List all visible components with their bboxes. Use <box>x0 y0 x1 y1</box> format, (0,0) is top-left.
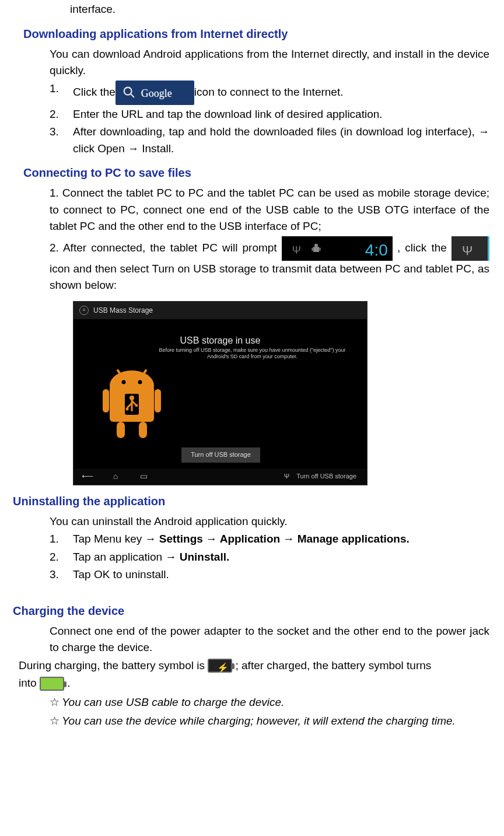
charging-during: During charging, the battery symbol is ⚡… <box>19 657 489 674</box>
screenshot-navbar: ⟵ ⌂ ▭ Ψ Turn off USB storage <box>74 468 367 485</box>
heading-charging: Charging the device <box>13 602 504 620</box>
recent-icon: ▭ <box>130 470 158 482</box>
svg-rect-4 <box>312 247 313 250</box>
svg-rect-8 <box>103 389 109 412</box>
svg-point-14 <box>122 380 126 384</box>
svg-line-1 <box>131 93 134 97</box>
usb-icon: Ψ <box>292 243 301 258</box>
battery-full-icon <box>40 677 64 691</box>
heading-connect-pc: Connecting to PC to save files <box>23 164 504 181</box>
usb-icon: Ψ <box>284 471 289 481</box>
svg-point-21 <box>126 407 129 410</box>
google-label: Google <box>141 86 172 102</box>
search-icon <box>123 86 135 99</box>
svg-rect-10 <box>117 422 125 438</box>
android-icon <box>311 242 321 255</box>
svg-rect-11 <box>139 422 147 438</box>
storage-icon: ≡ <box>79 306 89 315</box>
usb-storage-screenshot: ≡ USB Mass Storage USB storage in use Be… <box>73 301 368 485</box>
screenshot-title: USB storage in use <box>74 334 367 348</box>
svg-rect-5 <box>319 247 320 250</box>
android-usb-icon <box>91 366 173 447</box>
battery-charging-icon: ⚡ <box>208 659 232 673</box>
home-icon: ⌂ <box>102 470 130 482</box>
turn-off-usb-button: Turn off USB storage <box>181 447 260 463</box>
google-search-icon: Google <box>116 81 194 105</box>
star-icon: ☆ <box>50 696 60 708</box>
step1-text-b: icon to connect to the Internet. <box>194 84 344 101</box>
screenshot-subtitle: Before turning off USB storage, make sur… <box>149 347 355 361</box>
back-icon: ⟵ <box>74 470 102 482</box>
uninstall-step-1: 1. Tap Menu key → Settings → Application… <box>50 531 489 548</box>
fragment-top: interface. <box>70 1 489 18</box>
download-intro: You can download Android applications fr… <box>50 46 489 79</box>
charging-note-1: ☆You can use USB cable to charge the dev… <box>50 694 489 711</box>
charging-note-2: ☆You can use the device while charging; … <box>50 713 489 730</box>
status-time: 4:0 <box>365 238 388 263</box>
heading-download: Downloading applications from Internet d… <box>23 25 504 43</box>
nav-turn-off-label: Turn off USB storage <box>296 471 356 481</box>
svg-rect-9 <box>155 389 161 412</box>
download-step-3: 3. After downloading, tap and hold the d… <box>50 124 489 157</box>
svg-rect-22 <box>135 404 138 407</box>
usb-notification-icon: Ψ <box>452 236 489 261</box>
step1-text-a: Click the <box>73 84 116 101</box>
uninstall-step-2: 2. Tap an application → Uninstall. <box>50 549 489 566</box>
svg-point-3 <box>314 243 318 247</box>
screenshot-topbar: ≡ USB Mass Storage <box>74 302 367 319</box>
star-icon: ☆ <box>50 715 60 727</box>
svg-point-15 <box>138 380 142 384</box>
download-step-1: 1. Click the Google icon to connect to t… <box>50 81 489 105</box>
uninstall-step-3: 3. Tap OK to uninstall. <box>50 566 489 583</box>
uninstall-intro: You can uninstall the Android applicatio… <box>50 513 489 530</box>
svg-rect-2 <box>313 247 320 252</box>
charging-into: into . <box>19 675 489 692</box>
status-bar-image: Ψ 4:0 <box>282 236 393 261</box>
heading-uninstall: Uninstalling the application <box>13 492 504 510</box>
download-step-2: 2. Enter the URL and tap the download li… <box>50 106 489 123</box>
connectpc-para2: 2. After connected, the tablet PC will p… <box>50 236 489 294</box>
connectpc-para1: 1. Connect the tablet PC to PC and the t… <box>50 185 489 235</box>
usb-icon: Ψ <box>462 241 473 260</box>
charging-intro: Connect one end of the power adapter to … <box>50 623 489 656</box>
